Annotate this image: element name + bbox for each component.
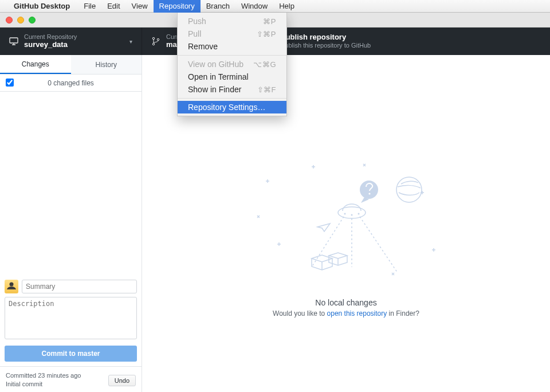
svg-point-1: [152, 37, 154, 39]
empty-illustration: [249, 158, 443, 284]
menu-branch[interactable]: Branch: [201, 0, 235, 13]
empty-title: No local changes: [315, 298, 376, 307]
commit-button[interactable]: Commit to master: [5, 346, 137, 362]
menu-push-label: Push: [188, 17, 206, 26]
svg-point-9: [344, 213, 346, 215]
toolbar-publish-texts: Publish repository Publish this reposito…: [281, 33, 371, 49]
last-commit-message: Initial commit: [6, 380, 81, 389]
menu-pull[interactable]: Pull ⇧⌘P: [178, 28, 286, 40]
commit-button-prefix: Commit to: [41, 350, 77, 358]
commit-button-branch: master: [77, 350, 100, 358]
svg-rect-0: [10, 38, 18, 43]
menu-help[interactable]: Help: [273, 0, 300, 13]
toolbar-repo-texts: Current Repository survey_data: [24, 33, 77, 49]
chevron-down-icon: ▾: [129, 38, 132, 45]
menu-window[interactable]: Window: [235, 0, 273, 13]
menu-view-on-github-label: View on GitHub: [188, 60, 243, 69]
menu-push[interactable]: Push ⌘P: [178, 15, 286, 28]
svg-point-11: [358, 213, 360, 215]
svg-point-3: [157, 38, 159, 40]
summary-input[interactable]: [22, 280, 137, 293]
menu-edit[interactable]: Edit: [101, 0, 125, 13]
traffic-zoom-icon[interactable]: [29, 17, 36, 23]
empty-sub-prefix: Would you like to: [273, 309, 327, 317]
menu-separator: [178, 98, 286, 99]
undo-button[interactable]: Undo: [108, 375, 136, 386]
toolbar-repo-sub: Current Repository: [24, 33, 77, 41]
menu-separator: [178, 55, 286, 56]
toolbar-publish-sub: Publish this repository to GitHub: [281, 42, 371, 49]
changes-list-empty: [0, 92, 142, 275]
toolbar-repo-selector[interactable]: Current Repository survey_data ▾: [0, 28, 142, 55]
empty-subtitle: Would you like to open this repository i…: [273, 309, 419, 317]
menu-remove-label: Remove: [188, 42, 218, 51]
menu-show-in-finder-shortcut: ⇧⌘F: [257, 85, 276, 94]
changed-files-count: 0 changed files: [48, 79, 94, 87]
traffic-close-icon[interactable]: [6, 17, 13, 23]
changes-header: 0 changed files: [0, 75, 142, 92]
open-repository-link[interactable]: open this repository: [327, 309, 387, 317]
menu-show-in-finder-label: Show in Finder: [188, 85, 241, 94]
avatar: [5, 280, 18, 293]
monitor-icon: [9, 37, 18, 46]
svg-point-5: [396, 177, 422, 202]
toolbar-repo-main: survey_data: [24, 41, 77, 49]
repository-menu-dropdown: Push ⌘P Pull ⇧⌘P Remove View on GitHub ⌥…: [177, 13, 287, 116]
commit-panel: Commit to master: [0, 275, 142, 366]
select-all-checkbox[interactable]: [6, 79, 14, 87]
git-branch-icon: [151, 37, 160, 46]
menu-pull-label: Pull: [188, 29, 201, 38]
svg-point-7: [368, 193, 370, 194]
menu-open-in-terminal-label: Open in Terminal: [188, 72, 249, 81]
menu-file[interactable]: File: [78, 0, 101, 13]
empty-sub-suffix: in Finder?: [387, 309, 419, 317]
menu-view-on-github[interactable]: View on GitHub ⌥⌘G: [178, 58, 286, 70]
last-commit-time: Committed 23 minutes ago: [6, 371, 81, 380]
menubar-app-name[interactable]: GitHub Desktop: [14, 2, 70, 10]
svg-point-8: [338, 207, 366, 218]
svg-point-4: [10, 283, 14, 287]
menu-open-in-terminal[interactable]: Open in Terminal: [178, 70, 286, 83]
last-commit-panel: Committed 23 minutes ago Initial commit …: [0, 366, 142, 392]
toolbar-publish-main: Publish repository: [281, 33, 371, 42]
svg-point-2: [152, 43, 154, 45]
sidebar: Changes History 0 changed files Commit t…: [0, 55, 142, 392]
sidebar-tabs: Changes History: [0, 55, 142, 75]
menu-repository-settings-label: Repository Settings…: [188, 103, 265, 112]
svg-point-10: [351, 214, 353, 216]
tab-history[interactable]: History: [71, 55, 142, 74]
menu-pull-shortcut: ⇧⌘P: [257, 30, 276, 38]
description-input[interactable]: [5, 297, 137, 339]
menu-view-on-github-shortcut: ⌥⌘G: [253, 60, 276, 69]
macos-menubar: GitHub Desktop File Edit View Repository…: [0, 0, 550, 13]
menu-repository-settings[interactable]: Repository Settings…: [178, 101, 286, 113]
menu-remove[interactable]: Remove: [178, 40, 286, 53]
menu-push-shortcut: ⌘P: [263, 17, 276, 26]
tab-changes[interactable]: Changes: [0, 55, 71, 74]
menu-show-in-finder[interactable]: Show in Finder ⇧⌘F: [178, 83, 286, 96]
menu-view[interactable]: View: [126, 0, 154, 13]
traffic-minimize-icon[interactable]: [17, 17, 24, 23]
menu-repository[interactable]: Repository: [154, 0, 201, 13]
